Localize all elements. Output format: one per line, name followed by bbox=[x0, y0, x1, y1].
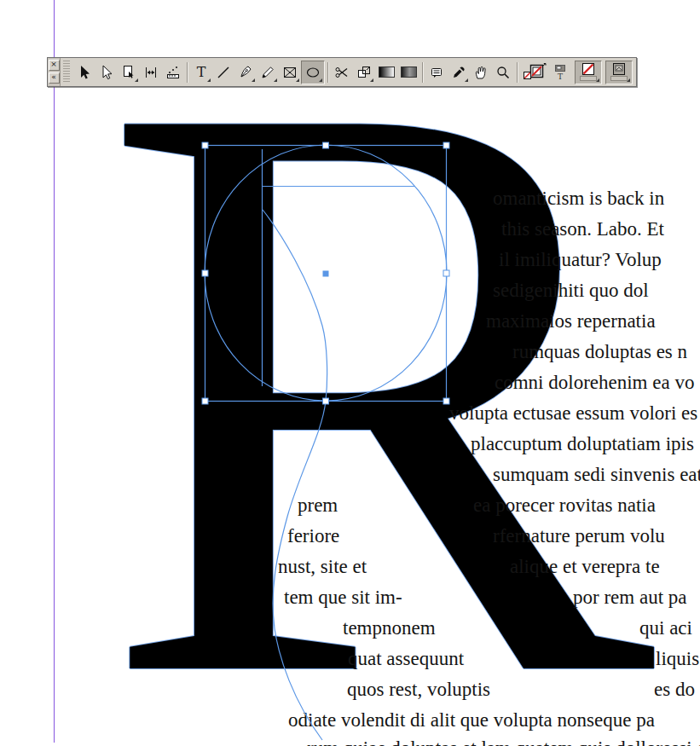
magnifier-icon bbox=[495, 65, 511, 80]
ellipse-tool[interactable] bbox=[301, 61, 325, 84]
collapse-button[interactable]: « bbox=[49, 72, 60, 84]
handle-bottom-right[interactable] bbox=[443, 398, 449, 404]
handle-top-center[interactable] bbox=[323, 142, 329, 148]
toolbar-separator bbox=[187, 62, 188, 83]
black-arrow-icon bbox=[77, 65, 92, 80]
toolbar-separator bbox=[327, 62, 328, 83]
handle-middle-left[interactable] bbox=[202, 270, 208, 276]
gradient-swatch-icon bbox=[379, 67, 395, 78]
handle-top-right[interactable] bbox=[443, 142, 449, 148]
gap-icon bbox=[143, 65, 159, 80]
close-button[interactable]: × bbox=[49, 60, 60, 71]
toolbar-separator bbox=[517, 62, 518, 83]
note-icon bbox=[429, 65, 444, 80]
handle-bottom-center[interactable] bbox=[323, 398, 329, 404]
direct-selection-tool[interactable] bbox=[95, 61, 118, 84]
none-swatch-icon bbox=[582, 63, 595, 75]
type-icon: T bbox=[197, 66, 206, 79]
handle-bottom-left[interactable] bbox=[202, 398, 208, 404]
gradient-feather-tool[interactable] bbox=[397, 61, 419, 84]
scissors-tool[interactable] bbox=[331, 61, 353, 84]
line-tool[interactable] bbox=[212, 61, 234, 84]
white-arrow-icon bbox=[99, 65, 114, 80]
page-icon bbox=[121, 65, 136, 80]
measure-tool[interactable] bbox=[162, 61, 184, 84]
toolbox-palette[interactable]: × « bbox=[47, 57, 637, 87]
hand-tool[interactable] bbox=[470, 61, 492, 84]
apply-none-button[interactable] bbox=[575, 61, 602, 84]
rectangle-frame-tool[interactable] bbox=[279, 61, 301, 84]
line-icon bbox=[216, 65, 231, 80]
scissors-icon bbox=[334, 65, 350, 80]
frame-x-icon bbox=[282, 65, 298, 80]
tool-strip: T bbox=[73, 58, 636, 86]
container-text-icon: T bbox=[554, 64, 566, 81]
apply-gradient-button[interactable] bbox=[605, 61, 633, 84]
swatch-bar bbox=[610, 76, 628, 81]
free-transform-tool[interactable] bbox=[353, 61, 375, 84]
ellipse-icon bbox=[305, 65, 321, 80]
pasteboard: R omanticism is back inthis season. Labo… bbox=[0, 0, 700, 746]
pen-icon bbox=[238, 65, 253, 80]
ruler-chart-icon bbox=[165, 65, 181, 80]
pencil-icon bbox=[260, 65, 275, 80]
note-tool[interactable] bbox=[425, 61, 448, 84]
transform-icon bbox=[356, 65, 372, 80]
margin-guide[interactable] bbox=[54, 0, 55, 743]
pencil-tool[interactable] bbox=[257, 61, 279, 84]
selection-handles bbox=[202, 142, 449, 404]
pen-tool[interactable] bbox=[234, 61, 257, 84]
center-point[interactable] bbox=[323, 271, 329, 277]
gap-tool[interactable] bbox=[140, 61, 162, 84]
type-tool[interactable]: T bbox=[190, 61, 212, 84]
fill-stroke-controls[interactable] bbox=[520, 61, 549, 84]
handle-top-left[interactable] bbox=[202, 142, 208, 148]
eyedropper-tool[interactable] bbox=[448, 61, 470, 84]
position-tool[interactable] bbox=[118, 61, 140, 84]
last-swatch-icon bbox=[613, 63, 626, 75]
zoom-tool[interactable] bbox=[492, 61, 514, 84]
eyedropper-icon bbox=[451, 65, 466, 80]
selection-tool[interactable] bbox=[73, 61, 95, 84]
toolbox-titlebar[interactable]: × « bbox=[48, 58, 61, 86]
fill-stroke-icon bbox=[522, 62, 547, 83]
selection-overlay bbox=[0, 0, 700, 746]
formatting-affects-text[interactable]: T bbox=[549, 61, 571, 84]
hand-icon bbox=[473, 65, 489, 80]
handle-middle-right[interactable] bbox=[443, 270, 449, 276]
swatch-bar bbox=[580, 76, 597, 81]
drag-grip[interactable] bbox=[63, 61, 70, 84]
gradient-feather-icon bbox=[401, 67, 417, 78]
toolbar-separator bbox=[422, 62, 423, 83]
spine-curve-path[interactable] bbox=[263, 210, 327, 740]
gradient-tool[interactable] bbox=[375, 61, 397, 84]
